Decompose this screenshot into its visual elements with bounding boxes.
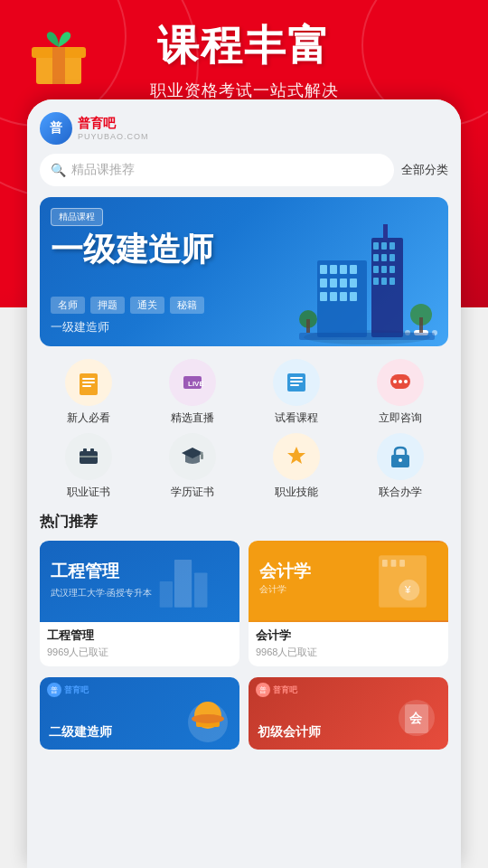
bottom-card-badge-1: 普 普育吧 [256, 683, 297, 697]
icon-circle-xueli [169, 433, 216, 480]
course-card-1[interactable]: 会计学 会计学 ¥ 会计学 9968人已取证 [249, 541, 448, 666]
svg-rect-33 [306, 319, 310, 333]
svg-rect-66 [194, 572, 207, 607]
search-bar: 🔍 精品课推荐 全部分类 [40, 154, 448, 186]
banner-tag-3: 秘籍 [170, 297, 204, 314]
search-input-container[interactable]: 🔍 精品课推荐 [40, 154, 394, 186]
svg-rect-11 [373, 266, 379, 273]
svg-rect-25 [340, 278, 347, 288]
phone-card: 普 普育吧 PUYUBAO.COM 🔍 精品课推荐 全部分类 精品课程 一级建造… [27, 99, 461, 868]
icon-item-zixun[interactable]: 立即咨询 [352, 359, 448, 426]
svg-rect-53 [90, 448, 94, 453]
category-button[interactable]: 全部分类 [401, 162, 448, 178]
bottom-card-0[interactable]: 普 普育吧 二级建造师 [40, 677, 239, 750]
banner-tag-2: 通关 [130, 297, 164, 314]
svg-rect-30 [350, 292, 357, 301]
svg-rect-31 [299, 333, 435, 340]
outer-background: 课程丰富 职业资格考试一站式解决 普 普育吧 PUYUBAO.COM 🔍 精品课… [0, 0, 488, 868]
hero-section: 课程丰富 职业资格考试一站式解决 [0, 0, 488, 101]
banner-badge: 精品课程 [51, 208, 103, 226]
course-name-0: 工程管理 [47, 627, 232, 644]
icon-item-xinren[interactable]: 新人必看 [40, 359, 136, 426]
icon-item-lianhe[interactable]: 联合办学 [352, 433, 448, 500]
svg-rect-15 [381, 278, 387, 285]
svg-rect-73 [391, 560, 397, 567]
search-placeholder: 精品课推荐 [71, 162, 135, 178]
bottom-card-1[interactable]: 普 普育吧 会 初级会计师 [249, 677, 448, 750]
icon-item-zhibo[interactable]: LIVE 精选直播 [144, 359, 240, 426]
course-name-1: 会计学 [256, 627, 441, 644]
svg-rect-27 [320, 292, 327, 301]
svg-rect-13 [389, 266, 395, 273]
card-grid: 工程管理 武汉理工大学·函授专升本 工程管理 9969人已取证 [40, 541, 448, 666]
banner-tag-0: 名师 [51, 297, 85, 314]
svg-rect-10 [389, 254, 395, 261]
puyubao-logo-0: 普 普育吧 [47, 683, 89, 697]
svg-rect-19 [320, 265, 327, 274]
banner-card[interactable]: 精品课程 一级建造师 名师 押题 通关 秘籍 一级建造师 [40, 197, 448, 346]
svg-rect-24 [330, 278, 337, 288]
svg-rect-29 [340, 292, 347, 301]
logo-sub: PUYUBAO.COM [78, 132, 149, 141]
bottom-cards: 普 普育吧 二级建造师 [40, 677, 448, 768]
icon-circle-zhibo: LIVE [169, 359, 216, 406]
icon-item-xueli[interactable]: 学历证书 [144, 433, 240, 500]
svg-rect-62 [40, 542, 239, 620]
svg-rect-21 [340, 265, 347, 274]
svg-point-49 [404, 380, 408, 383]
bottom-card-label-1: 初级会计师 [258, 724, 321, 741]
course-card-0[interactable]: 工程管理 武汉理工大学·函授专升本 工程管理 9969人已取证 [40, 541, 239, 666]
icon-label-zixun: 立即咨询 [379, 410, 422, 426]
svg-text:会计学: 会计学 [258, 561, 311, 580]
svg-rect-20 [330, 265, 337, 274]
icon-label-shikan: 试看课程 [275, 410, 318, 426]
svg-rect-67 [160, 581, 173, 608]
icon-label-zhibo: 精选直播 [171, 410, 214, 426]
svg-rect-36 [80, 373, 98, 395]
logo-text-area: 普育吧 PUYUBAO.COM [78, 116, 149, 141]
puyubao-dot-0: 普 [47, 683, 61, 697]
icon-circle-shikan [273, 359, 320, 406]
icon-item-shikan[interactable]: 试看课程 [248, 359, 344, 426]
hero-title: 课程丰富 [0, 18, 488, 74]
icon-circle-lianhe [377, 433, 424, 480]
icon-item-zhiye[interactable]: 职业证书 [40, 433, 136, 500]
svg-rect-35 [419, 317, 423, 333]
svg-rect-7 [389, 242, 395, 250]
logo-bar: 普 普育吧 PUYUBAO.COM [40, 112, 448, 145]
svg-rect-54 [80, 456, 98, 458]
svg-rect-5 [373, 242, 379, 250]
svg-rect-72 [382, 560, 388, 567]
icon-label-xueli: 学历证书 [171, 485, 214, 500]
icon-label-xinren: 新人必看 [67, 410, 110, 426]
banner-subtitle: 一级建造师 [51, 319, 109, 335]
svg-point-80 [192, 714, 224, 723]
icon-circle-jineng [273, 433, 320, 480]
svg-rect-28 [330, 292, 337, 301]
svg-rect-37 [82, 378, 95, 380]
hero-subtitle: 职业资格考试一站式解决 [0, 80, 488, 101]
svg-text:工程管理: 工程管理 [51, 561, 120, 580]
svg-rect-6 [381, 242, 387, 250]
course-info-0: 工程管理 9969人已取证 [40, 622, 239, 666]
svg-rect-65 [174, 560, 192, 608]
svg-rect-4 [371, 238, 403, 337]
puyubao-name-0: 普育吧 [64, 684, 89, 696]
course-thumb-0: 工程管理 武汉理工大学·函授专升本 [40, 541, 239, 622]
svg-point-47 [393, 380, 397, 383]
course-thumb-1: 会计学 会计学 ¥ [249, 541, 448, 622]
hot-section-title: 热门推荐 [40, 513, 448, 532]
bottom-card-badge-0: 普 普育吧 [47, 683, 89, 697]
svg-rect-22 [350, 265, 357, 274]
svg-rect-26 [350, 278, 357, 288]
svg-point-48 [399, 380, 402, 383]
icon-item-jineng[interactable]: 职业技能 [248, 433, 344, 500]
svg-rect-16 [389, 278, 395, 285]
svg-rect-39 [82, 385, 91, 387]
banner-tags: 名师 押题 通关 秘籍 [51, 297, 204, 314]
icon-circle-zhiye [65, 433, 112, 480]
svg-rect-74 [399, 560, 405, 567]
icon-circle-xinren [65, 359, 112, 406]
svg-text:武汉理工大学·函授专升本: 武汉理工大学·函授专升本 [51, 588, 153, 598]
course-info-1: 会计学 9968人已取证 [249, 622, 448, 666]
